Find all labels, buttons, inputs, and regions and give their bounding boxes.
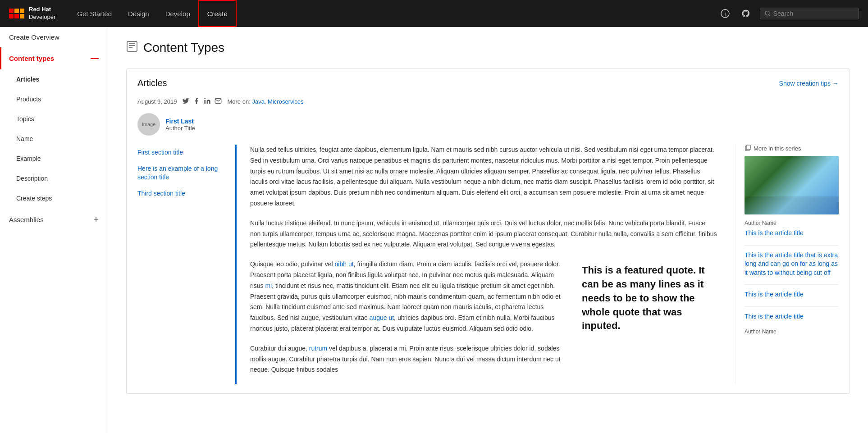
article-two-col: Quisque leo odio, pulvinar vel nibh ut, … [250, 259, 717, 384]
page-layout: Create Overview Content types — Articles… [0, 27, 868, 433]
mi-link[interactable]: mi [265, 282, 272, 289]
article-paragraph-1: Nulla sed tellus ultricies, feugiat ante… [250, 145, 717, 209]
sidebar-item-name[interactable]: Name [0, 129, 108, 149]
svg-point-2 [765, 11, 769, 15]
search-input[interactable] [773, 10, 854, 17]
articles-header: Articles Show creation tips → [137, 78, 839, 88]
nav-develop[interactable]: Develop [157, 0, 198, 27]
author-row: Image First Last Author Title [137, 113, 839, 136]
nav-design[interactable]: Design [120, 0, 157, 27]
linkedin-icon[interactable] [204, 97, 211, 106]
svg-rect-4 [127, 41, 137, 51]
java-link[interactable]: Java [252, 98, 264, 105]
nibh-link[interactable]: nibh ut [335, 260, 354, 268]
divider-1 [745, 245, 839, 246]
toc-item-1[interactable]: First section title [137, 145, 226, 161]
page-title: Content Types [126, 41, 850, 55]
sidebar-item-description[interactable]: Description [0, 169, 108, 188]
avatar: Image [137, 113, 160, 136]
github-icon[interactable] [739, 7, 753, 20]
sidebar-assemblies-section[interactable]: Assemblies + [0, 208, 108, 231]
article-paragraph-4: Curabitur dui augue, rutrum vel dapibus … [250, 343, 568, 375]
articles-heading: Articles [137, 78, 167, 88]
svg-text:i: i [725, 11, 726, 17]
rutrum-link[interactable]: rutrum [309, 345, 327, 352]
author-info: First Last Author Title [165, 118, 195, 132]
svg-point-8 [205, 98, 206, 99]
divider-2 [745, 284, 839, 285]
sidebar-assemblies-expand-icon: + [93, 214, 99, 225]
divider-3 [745, 306, 839, 307]
table-of-contents: First section title Here is an example o… [137, 145, 237, 384]
article-date: August 9, 2019 [137, 98, 177, 105]
author-name[interactable]: First Last [165, 118, 195, 125]
right-sidebar: More in this series Author Name This is … [735, 145, 839, 384]
sidebar-article-link-4[interactable]: This is the article title [745, 312, 839, 321]
article-paragraph-2: Nulla luctus tristique eleifend. In nunc… [250, 218, 717, 250]
sidebar-item-products[interactable]: Products [0, 89, 108, 109]
toc-item-3[interactable]: Third section title [137, 186, 226, 202]
social-icons [182, 97, 222, 106]
sidebar-item-create-overview[interactable]: Create Overview [0, 27, 108, 47]
nav-get-started[interactable]: Get Started [69, 0, 120, 27]
facebook-icon[interactable] [193, 97, 200, 106]
sidebar-author-name-2: Author Name [745, 328, 839, 335]
email-icon[interactable] [215, 97, 222, 106]
sidebar-article-link-1[interactable]: This is the article title [745, 229, 839, 238]
more-in-series-label: More in this series [745, 145, 839, 152]
logo-grid-icon [9, 9, 24, 18]
show-creation-tips-link[interactable]: Show creation tips → [779, 80, 839, 87]
microservices-link[interactable]: Microservices [268, 98, 303, 105]
svg-rect-10 [746, 145, 750, 150]
series-image-container: More in this series [745, 145, 839, 214]
show-tips-arrow-icon: → [832, 80, 839, 87]
sidebar-item-topics[interactable]: Topics [0, 109, 108, 129]
search-box[interactable] [760, 8, 859, 19]
article-main: First section title Here is an example o… [137, 145, 717, 384]
logo[interactable]: Red Hat Developer [9, 6, 55, 21]
sidebar-collapse-icon: — [91, 54, 99, 63]
twitter-icon[interactable] [182, 97, 189, 106]
top-navigation: Red Hat Developer Get Started Design Dev… [0, 0, 868, 27]
article-and-sidebar: First section title Here is an example o… [137, 145, 839, 384]
author-title: Author Title [165, 125, 195, 132]
info-icon[interactable]: i [718, 7, 732, 20]
nav-icons: i [718, 7, 859, 20]
article-meta: August 9, 2019 More on: [137, 97, 839, 106]
more-on: More on: Java, Microservices [227, 98, 303, 105]
search-icon [765, 10, 771, 17]
sidebar-item-example[interactable]: Example [0, 149, 108, 169]
logo-brand: Red Hat [29, 6, 55, 14]
sidebar-article-link-3[interactable]: This is the article title [745, 290, 839, 299]
featured-quote: This is a featured quote. It can be as m… [582, 259, 717, 384]
article-paragraph-3: Quisque leo odio, pulvinar vel nibh ut, … [250, 259, 568, 334]
augue-link[interactable]: augue ut [370, 314, 394, 321]
sidebar: Create Overview Content types — Articles… [0, 27, 108, 433]
nav-create[interactable]: Create [198, 0, 237, 27]
article-left-col: Quisque leo odio, pulvinar vel nibh ut, … [250, 259, 568, 384]
toc-item-2[interactable]: Here is an example of a long section tit… [137, 161, 226, 186]
logo-sub: Developer [29, 14, 55, 20]
nav-links: Get Started Design Develop Create [69, 0, 718, 27]
series-thumbnail [745, 156, 839, 214]
articles-section: Articles Show creation tips → August 9, … [126, 68, 850, 394]
sidebar-item-create-steps[interactable]: Create steps [0, 188, 108, 208]
sidebar-item-articles[interactable]: Articles [0, 69, 108, 89]
copy-icon [745, 145, 751, 152]
content-types-icon [126, 41, 138, 55]
article-body: First section title Here is an example o… [137, 145, 717, 384]
sidebar-item-content-types[interactable]: Content types — [0, 47, 108, 69]
main-content: Content Types Articles Show creation tip… [108, 27, 868, 433]
article-content: Nulla sed tellus ultricies, feugiat ante… [250, 145, 717, 384]
svg-line-3 [769, 15, 770, 16]
sidebar-article-link-2[interactable]: This is the article title that is extra … [745, 251, 839, 278]
sidebar-author-name: Author Name [745, 220, 839, 226]
